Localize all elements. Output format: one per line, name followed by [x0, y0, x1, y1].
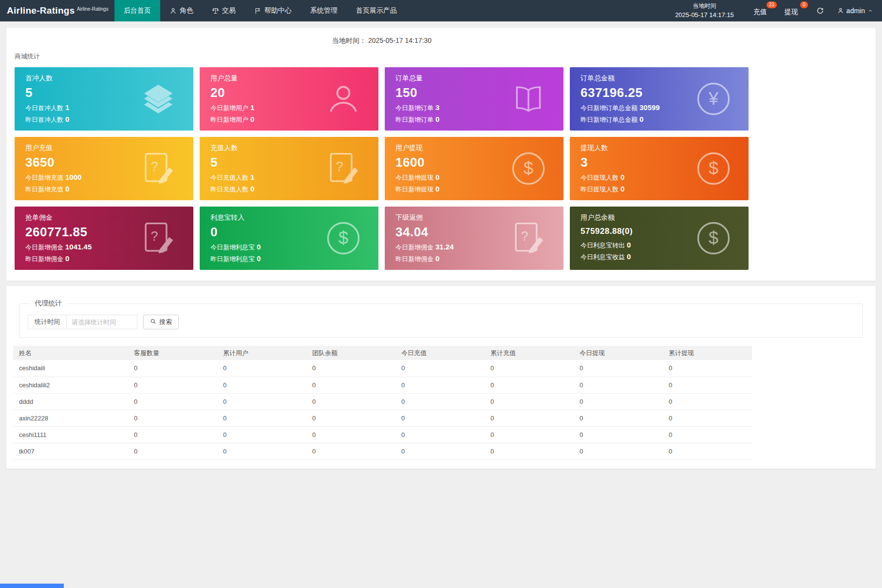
stat-card: 首冲人数5今日首冲人数1昨日首冲人数0	[15, 67, 193, 131]
stat-line1-label: 今日新增利息宝	[210, 244, 255, 251]
table-cell: 0	[395, 377, 485, 393]
stat-line2-label: 昨日首冲人数	[25, 116, 63, 123]
table-cell: 0	[663, 360, 752, 377]
table-cell: 0	[663, 443, 752, 459]
column-header: 姓名	[13, 346, 128, 360]
agent-name-cell: axin22228	[13, 410, 128, 426]
nav-item[interactable]: 交易	[203, 0, 245, 21]
table-cell: 0	[217, 360, 306, 377]
stat-line2-value: 0	[250, 185, 254, 193]
scales-icon	[212, 7, 219, 15]
stat-line1-label: 今日新增佣金	[25, 244, 63, 251]
shop-stats-title: 商城统计	[15, 52, 867, 61]
stat-line2-label: 昨日新增订单总金额	[581, 116, 638, 123]
stat-line1-label: 今日首冲人数	[25, 104, 63, 112]
nav-item[interactable]: 后台首页	[114, 0, 160, 21]
svg-text:?: ?	[336, 159, 343, 174]
table-cell: 0	[217, 393, 306, 410]
layers-icon	[141, 81, 176, 116]
stat-line2-label: 昨日充值人数	[210, 186, 248, 193]
user-menu[interactable]: admin	[831, 7, 882, 15]
stat-line2-value: 0	[639, 115, 643, 123]
table-cell: 0	[306, 443, 395, 459]
table-cell: 0	[485, 393, 574, 410]
content-time-label: 当地时间：	[332, 37, 366, 44]
table-cell: 0	[395, 393, 485, 410]
nav-item-label: 系统管理	[310, 6, 338, 15]
table-row: ceshidalili20000000	[13, 377, 752, 393]
column-header: 客服数量	[128, 346, 217, 360]
stat-card: 利息宝转入0今日新增利息宝0昨日新增利息宝0$	[200, 207, 378, 270]
stat-line2-value: 0	[435, 115, 439, 123]
horizontal-scrollbar-thumb[interactable]	[0, 584, 64, 588]
stat-card: 用户充值3650今日新增充值1000昨日新增充值0?	[15, 137, 193, 200]
table-cell: 0	[574, 410, 663, 426]
stat-line2-value: 0	[620, 185, 624, 193]
nav-item[interactable]: 系统管理	[301, 0, 347, 21]
stat-line2-label: 昨日新增佣金	[25, 255, 63, 263]
stat-line2-value: 0	[435, 254, 439, 263]
stat-line1-label: 今日新增订单	[395, 104, 433, 112]
content-time-value: 2025-05-17 14:17:30	[368, 37, 432, 44]
user-icon	[837, 7, 844, 14]
agent-table-head-row: 姓名客服数量累计用户团队余额今日充值累计充值今日提现累计提现	[13, 346, 752, 360]
stat-card: 下级返佣34.04今日新增佣金31.24昨日新增佣金0?	[385, 207, 563, 270]
local-time-label: 当地时间	[675, 1, 734, 11]
stat-line2-label: 昨日新增利息宝	[210, 255, 255, 263]
stat-line2-value: 0	[65, 254, 69, 263]
nav-item[interactable]: 角色	[160, 0, 203, 21]
stat-line2-label: 昨日新增佣金	[395, 255, 433, 263]
stat-card: 订单总量150今日新增订单3昨日新增订单0	[385, 67, 563, 131]
stat-line2-value: 0	[250, 115, 254, 123]
stat-line1-label: 今日提现人数	[581, 174, 619, 181]
withdraw-badge: 0	[800, 1, 808, 8]
navbar-right: 当地时间 2025-05-17 14:17:15 充值 23 提现 0 admi…	[662, 0, 882, 21]
table-cell: 0	[663, 377, 752, 393]
stat-line1-label: 今日新增充值	[25, 174, 63, 181]
stat-line1-label: 今日充值人数	[210, 174, 248, 181]
table-cell: 0	[128, 426, 217, 443]
recharge-button[interactable]: 充值 23	[747, 0, 778, 21]
agent-table: 姓名客服数量累计用户团队余额今日充值累计充值今日提现累计提现 ceshidail…	[13, 346, 752, 460]
table-cell: 0	[574, 426, 663, 443]
stat-line2-value: 0	[435, 185, 439, 193]
yen-circle-icon: ¥	[696, 81, 731, 116]
column-header: 累计提现	[663, 346, 752, 360]
stat-card: 抢单佣金260771.85今日新增佣金1041.45昨日新增佣金0?	[15, 207, 193, 270]
logo-text: Airline-Ratings	[7, 5, 75, 16]
search-icon	[150, 318, 156, 326]
nav-item-label: 后台首页	[124, 6, 151, 15]
top-navbar: Airline-Ratings Airline-Ratings 后台首页角色交易…	[0, 0, 882, 21]
stat-card: 提现人数3今日提现人数0昨日提现人数0$	[570, 137, 749, 200]
stat-card: 用户提现1600今日新增提现0昨日新增提现0$	[385, 137, 563, 200]
refresh-icon[interactable]	[809, 7, 831, 15]
document-edit-icon: ?	[141, 221, 176, 256]
nav-item-label: 帮助中心	[264, 6, 292, 15]
stat-line1-value: 0	[627, 241, 631, 249]
table-row: axin222280000000	[13, 410, 752, 426]
table-cell: 0	[128, 360, 217, 377]
stat-line1-value: 1041.45	[65, 243, 92, 251]
withdraw-button[interactable]: 提现 0	[778, 0, 809, 21]
table-cell: 0	[395, 360, 485, 377]
document-edit-icon: ?	[141, 151, 176, 186]
stat-line1-value: 1	[250, 103, 254, 112]
table-cell: 0	[485, 377, 574, 393]
stat-time-input[interactable]	[66, 315, 137, 329]
stat-card: 用户总量20今日新增用户1昨日新增用户0	[200, 67, 378, 131]
stat-line2-label: 昨日新增提现	[395, 186, 433, 193]
stat-card: 充值人数5今日充值人数1昨日充值人数0?	[200, 137, 378, 200]
nav-item[interactable]: 帮助中心	[245, 0, 301, 21]
stat-line2-label: 昨日新增用户	[210, 116, 248, 123]
nav-item[interactable]: 首页展示产品	[347, 0, 406, 21]
table-cell: 0	[663, 426, 752, 443]
agent-stats-title: 代理统计	[30, 299, 67, 308]
stat-line2-value: 0	[627, 252, 631, 261]
local-time-value: 2025-05-17 14:17:15	[675, 10, 734, 20]
username: admin	[846, 7, 865, 15]
stat-line2-label: 今日利息宝收益	[581, 253, 625, 261]
table-cell: 0	[217, 426, 306, 443]
nav-menu: 后台首页角色交易帮助中心系统管理首页展示产品	[114, 0, 406, 21]
stat-line2-value: 0	[65, 185, 69, 193]
search-button[interactable]: 搜索	[143, 315, 179, 329]
